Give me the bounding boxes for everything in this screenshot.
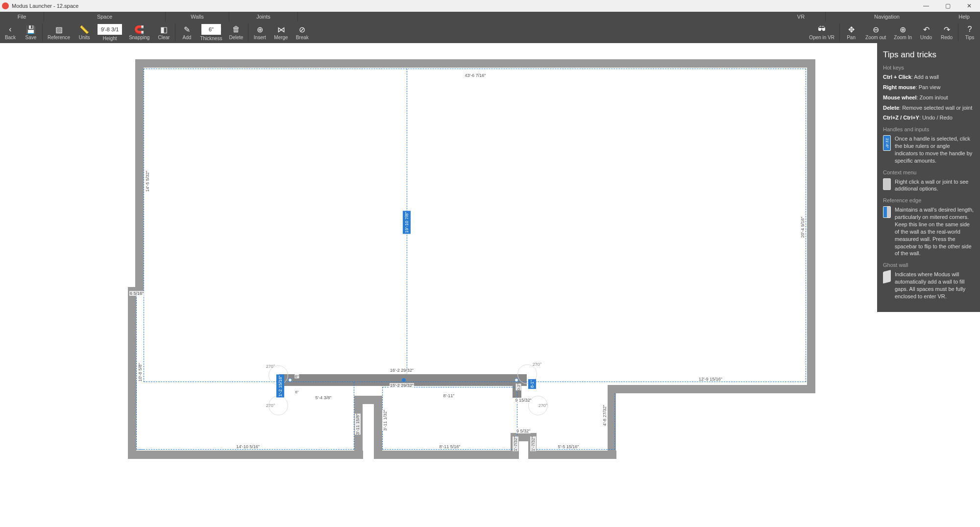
height-field[interactable]: Height <box>95 24 125 41</box>
zoom-in-button[interactable]: ⊕Zoom In <box>890 22 916 43</box>
reference-thumb-icon <box>883 206 891 218</box>
zoom-in-icon: ⊕ <box>900 24 906 34</box>
hotkey-delete: Delete: Remove selected wall or joint <box>883 104 974 112</box>
dim-a2[interactable]: 0-2" <box>516 383 521 390</box>
insert-icon: ⊕ <box>257 24 263 34</box>
wall-col-mid[interactable] <box>374 396 382 459</box>
tips-button[interactable]: ?Tips <box>959 22 980 43</box>
ruler-outer[interactable] <box>144 69 806 382</box>
clear-button[interactable]: ◧Clear <box>153 22 174 43</box>
context-heading: Context menu <box>883 169 974 175</box>
handle-thumb-icon: 21'-6" <box>883 135 891 151</box>
thickness-input[interactable] <box>201 24 221 35</box>
pencil-icon: ✎ <box>184 24 190 34</box>
handles-row: 21'-6" Once a handle is selected, click … <box>883 135 974 164</box>
add-button[interactable]: ✎Add <box>176 22 197 43</box>
handle-end[interactable] <box>514 378 518 382</box>
height-input[interactable] <box>98 24 122 35</box>
wall-bottom-mid2[interactable] <box>528 451 616 459</box>
reference-button[interactable]: ▨Reference <box>44 22 74 43</box>
menu-joints: Joints <box>229 12 298 22</box>
wall-left-upper[interactable] <box>135 59 144 294</box>
dim-tiny6b[interactable]: 6" <box>294 390 299 394</box>
dim-tiny6a[interactable]: 6" <box>294 374 299 379</box>
back-icon: ‹ <box>9 24 11 34</box>
dim-sel-h[interactable]: 1'-2 15/16" <box>276 375 284 398</box>
zoom-out-icon: ⊖ <box>873 24 879 34</box>
dim-sel-r[interactable]: 8-1" <box>528 379 536 389</box>
dim-left-lower[interactable]: 10'-8 5/8" <box>137 363 143 382</box>
dim-int-top[interactable]: 16'-2 29/32" <box>390 368 414 373</box>
close-button[interactable]: ✕ <box>958 0 980 12</box>
dim-left-upper[interactable]: 14'-5 5/32" <box>145 171 150 192</box>
hotkey-undo: Ctrl+Z / Ctrl+Y: Undo / Redo <box>883 114 974 121</box>
delete-button[interactable]: 🗑Delete <box>225 22 247 43</box>
thickness-field[interactable]: Thickness <box>197 24 225 41</box>
magnet-icon: 🧲 <box>134 24 144 34</box>
handle-mid[interactable] <box>402 378 406 382</box>
redo-icon: ↷ <box>944 24 950 34</box>
dim-center-v[interactable]: 19'-10 7/8" <box>403 211 411 234</box>
back-button[interactable]: ‹Back <box>0 22 21 43</box>
hotkey-pan: Right mouse: Pan view <box>883 84 974 91</box>
zoom-out-button[interactable]: ⊖Zoom out <box>861 22 890 43</box>
save-icon: 💾 <box>26 24 36 34</box>
snapping-button[interactable]: 🧲Snapping <box>125 22 153 43</box>
dim-int-below[interactable]: 15'-2 29/32" <box>390 383 414 388</box>
ghost-heading: Ghost wall <box>883 262 974 268</box>
pan-button[interactable]: ✥Pan <box>841 22 861 43</box>
break-icon: ⊘ <box>299 24 305 34</box>
trash-icon: 🗑 <box>232 24 240 34</box>
maximize-button[interactable]: ▢ <box>937 0 958 12</box>
dim-left-jog[interactable]: 6 5/16" <box>129 291 144 296</box>
hotkey-zoom: Mouse wheel: Zoom in/out <box>883 94 974 101</box>
dim-colL[interactable]: 3'-11 15/8" <box>355 414 361 435</box>
dim-doorR[interactable]: 1'-7/32" <box>530 436 536 451</box>
ruler-room-bl[interactable] <box>136 382 354 450</box>
pan-icon: ✥ <box>848 24 855 34</box>
break-button[interactable]: ⊘Break <box>292 22 313 43</box>
undo-button[interactable]: ↶Undo <box>916 22 936 43</box>
dim-int-left[interactable]: 5'-4 3/8" <box>315 395 332 400</box>
handle-start[interactable] <box>288 378 292 382</box>
toolbar: ‹Back 💾Save ▨Reference 📏Units Height 🧲Sn… <box>0 22 980 43</box>
titlebar: Modus Launcher - 12.space — ▢ ✕ <box>0 0 980 12</box>
units-button[interactable]: 📏Units <box>74 22 95 43</box>
dim-bot-l[interactable]: 14'-10 5/16" <box>236 444 260 449</box>
dim-bot-r[interactable]: 5'-5 15/16" <box>558 444 580 449</box>
tips-title: Tips and tricks <box>883 50 974 60</box>
context-row: Right click a wall or joint to see addit… <box>883 178 974 193</box>
wall-bottom-mid[interactable] <box>374 451 518 459</box>
menu-space: Space <box>44 12 166 22</box>
wall-right[interactable] <box>807 59 815 393</box>
dim-colR[interactable]: 4'-8 27/32" <box>602 405 608 426</box>
wall-bottom-right[interactable] <box>608 385 815 393</box>
handles-heading: Handles and inputs <box>883 126 974 132</box>
angle-tr: 270° <box>533 362 542 367</box>
reference-icon: ▨ <box>55 24 63 34</box>
merge-button[interactable]: ⋈Merge <box>270 22 292 43</box>
dim-int-far-right[interactable]: 12'-9 15/16" <box>698 377 723 382</box>
vr-icon: 🕶 <box>818 24 826 34</box>
dim-r-small[interactable]: 9 15/32" <box>514 398 532 403</box>
menu-vr: VR <box>777 12 826 22</box>
open-vr-button[interactable]: 🕶Open in VR <box>805 22 838 43</box>
wall-top[interactable] <box>135 59 815 68</box>
merge-icon: ⋈ <box>277 24 285 34</box>
redo-button[interactable]: ↷Redo <box>936 22 957 43</box>
dim-int-mid[interactable]: 8'-11" <box>443 393 455 398</box>
floorplan-canvas[interactable]: 43'-6 7/16" 14'-5 5/32" 6 5/16" 10'-8 5/… <box>0 43 980 527</box>
dim-doorL[interactable]: 1'-7/32" <box>513 436 518 451</box>
insert-button[interactable]: ⊕Insert <box>249 22 270 43</box>
dim-right[interactable]: 20'-4 9/16" <box>800 217 806 238</box>
save-button[interactable]: 💾Save <box>21 22 41 43</box>
wall-bottom-left[interactable] <box>128 451 363 459</box>
dim-colM[interactable]: 3'-11 1/32" <box>382 410 388 431</box>
reference-heading: Reference edge <box>883 197 974 203</box>
wall-left-lower[interactable] <box>128 287 136 458</box>
dim-top[interactable]: 43'-6 7/16" <box>465 73 487 78</box>
dim-r-step[interactable]: 9 5/32" <box>516 429 531 433</box>
minimize-button[interactable]: — <box>915 0 937 12</box>
menu-file: File <box>0 12 44 22</box>
dim-bot-m[interactable]: 8'-11 5/16" <box>439 444 461 449</box>
